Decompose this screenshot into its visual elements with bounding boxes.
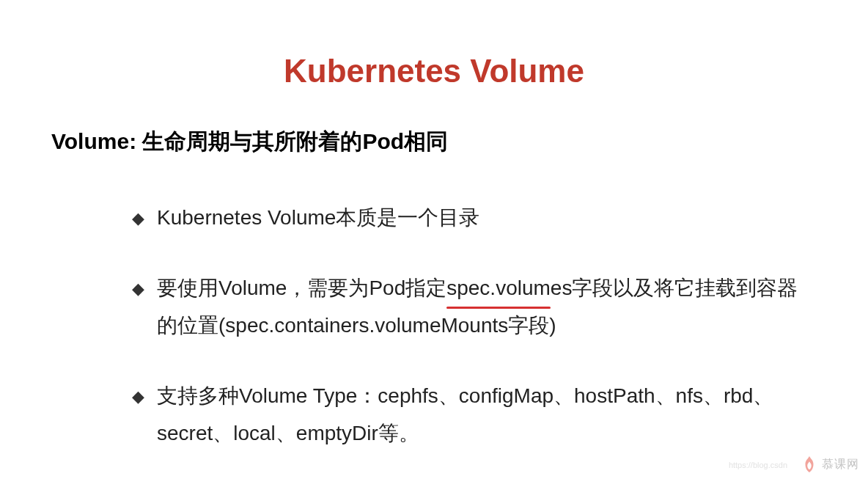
diamond-bullet-icon: ◆ — [132, 378, 157, 411]
slide-container: Kubernetes Volume Volume: 生命周期与其所附着的Pod相… — [0, 0, 868, 487]
bullet-list: ◆ Kubernetes Volume本质是一个目录 ◆ 要使用Volume，需… — [51, 199, 817, 452]
bullet-text-3: 支持多种Volume Type：cephfs、configMap、hostPat… — [157, 378, 817, 452]
watermark-brand: 慕课网 — [801, 455, 859, 474]
bullet-2-underlined: spec.volum — [446, 270, 551, 307]
bullet-item-2: ◆ 要使用Volume，需要为Pod指定spec.volumes字段以及将它挂载… — [132, 270, 817, 344]
bullet-item-3: ◆ 支持多种Volume Type：cephfs、configMap、hostP… — [132, 378, 817, 452]
bullet-text-2: 要使用Volume，需要为Pod指定spec.volumes字段以及将它挂载到容… — [157, 270, 817, 344]
diamond-bullet-icon: ◆ — [132, 199, 157, 233]
watermark-brand-text: 慕课网 — [822, 457, 859, 472]
bullet-item-1: ◆ Kubernetes Volume本质是一个目录 — [132, 199, 817, 236]
bullet-2-pre: 要使用Volume，需要为Pod指定 — [157, 277, 446, 299]
diamond-bullet-icon: ◆ — [132, 270, 157, 304]
bullet-text-1: Kubernetes Volume本质是一个目录 — [157, 199, 817, 236]
slide-title: Kubernetes Volume — [51, 53, 817, 89]
flame-icon — [801, 455, 817, 474]
slide-subtitle: Volume: 生命周期与其所附着的Pod相同 — [51, 126, 817, 157]
watermark-url: https://blog.csdn — [729, 461, 787, 469]
